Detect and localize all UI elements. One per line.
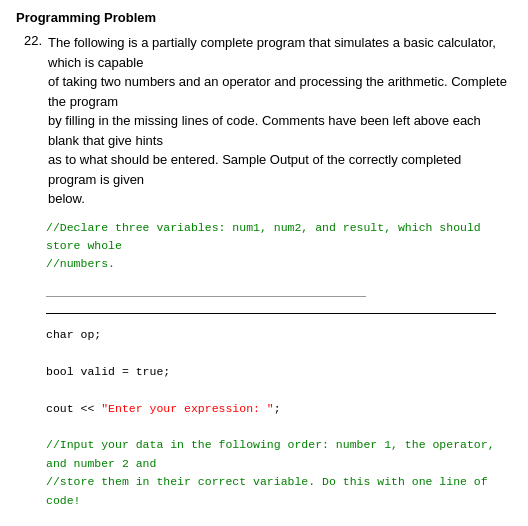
comment-input-2: //store them in their correct variable. … (46, 473, 512, 510)
comment-input-1: //Input your data in the following order… (46, 436, 512, 473)
code-char-op: char op; (46, 326, 512, 344)
code-cout-expr: cout << cout << "Enter your expression: … (46, 400, 512, 418)
problem-number: 22. (16, 33, 42, 209)
code-bool-valid: bool valid = true; (46, 363, 512, 381)
comment-declare-1: //Declare three variables: num1, num2, a… (46, 219, 512, 256)
page-title: Programming Problem (16, 10, 512, 25)
comment-declare-2: //numbers. (46, 255, 512, 273)
problem-description: The following is a partially complete pr… (48, 33, 512, 209)
